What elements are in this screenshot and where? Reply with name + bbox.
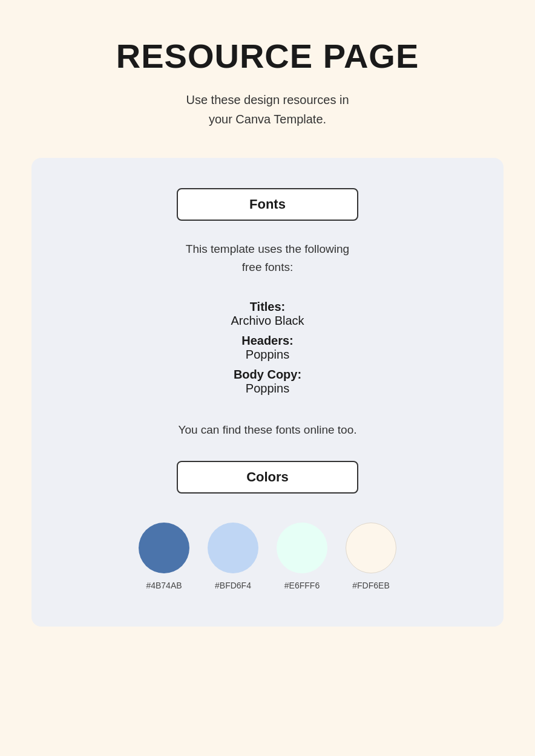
color-circle-1	[139, 523, 189, 573]
resource-card: Fonts This template uses the following f…	[31, 158, 504, 627]
titles-value: Archivo Black	[231, 314, 304, 328]
color-circle-2	[208, 523, 258, 573]
colors-badge: Colors	[177, 461, 358, 494]
body-copy-label: Body Copy:	[231, 368, 304, 382]
color-hex-2: #BFD6F4	[215, 581, 251, 590]
color-swatches: #4B74AB #BFD6F4 #E6FFF6 #FDF6EB	[139, 523, 396, 590]
headers-label: Headers:	[231, 334, 304, 348]
fonts-intro: This template uses the following free fo…	[186, 240, 349, 277]
colors-section: Colors #4B74AB #BFD6F4 #E6FFF6 #FDF6EB	[56, 461, 479, 590]
color-circle-4	[346, 523, 396, 573]
find-fonts-text: You can find these fonts online too.	[178, 423, 356, 437]
color-hex-3: #E6FFF6	[284, 581, 320, 590]
color-item: #BFD6F4	[208, 523, 258, 590]
color-item: #E6FFF6	[277, 523, 327, 590]
font-list: Titles: Archivo Black Headers: Poppins B…	[231, 294, 304, 399]
color-item: #FDF6EB	[346, 523, 396, 590]
color-item: #4B74AB	[139, 523, 189, 590]
page-title: RESOURCE PAGE	[116, 36, 419, 76]
body-copy-value: Poppins	[231, 382, 304, 396]
color-circle-3	[277, 523, 327, 573]
titles-label: Titles:	[231, 300, 304, 314]
color-hex-1: #4B74AB	[146, 581, 182, 590]
page-subtitle: Use these design resources in your Canva…	[186, 90, 349, 129]
headers-value: Poppins	[231, 348, 304, 362]
color-hex-4: #FDF6EB	[352, 581, 389, 590]
fonts-badge: Fonts	[177, 188, 358, 221]
